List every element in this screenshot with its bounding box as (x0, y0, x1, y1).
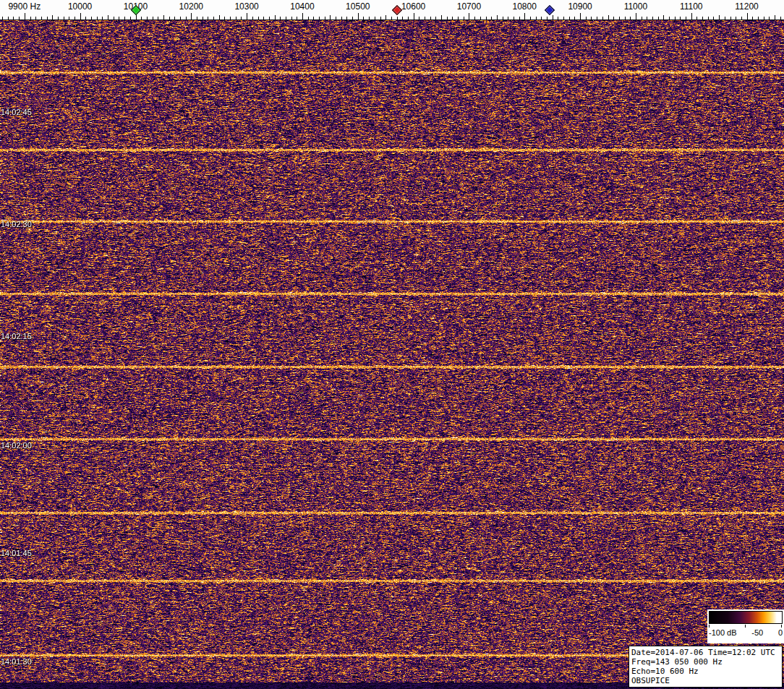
ruler-tick (213, 17, 214, 20)
freq-tick-label: 10400 (290, 1, 314, 12)
freq-tick-label: 10500 (346, 1, 370, 12)
ruler-tick (219, 15, 220, 20)
freq-tick-label: 10600 (401, 1, 425, 12)
ruler-tick (186, 17, 187, 20)
ruler-tick (341, 17, 342, 20)
ruler-tick (503, 17, 503, 20)
marker-blue-diamond[interactable] (545, 5, 555, 15)
ruler-tick (569, 17, 570, 20)
colorbar: -100 dB -50 0 (707, 609, 784, 643)
freq-tick-label: 9900 Hz (8, 1, 41, 12)
ruler-tick (124, 17, 125, 20)
ruler-tick (346, 17, 347, 20)
freq-tick-label: 11100 (680, 1, 703, 12)
ruler-tick (480, 17, 481, 20)
ruler-tick (74, 17, 75, 20)
ruler-tick (325, 17, 325, 20)
ruler-tick (236, 17, 237, 20)
ruler-tick (686, 17, 686, 20)
freq-tick-label: 11000 (624, 1, 647, 12)
freq-tick-label: 10900 (568, 1, 592, 12)
ruler-tick (725, 17, 725, 20)
ruler-tick (458, 17, 459, 20)
ruler-tick (286, 17, 286, 20)
ruler-tick (563, 17, 564, 20)
ruler-tick (414, 13, 414, 20)
ruler-tick (630, 17, 631, 20)
colorbar-tick (745, 625, 746, 628)
ruler-tick (180, 17, 181, 20)
ruler-tick (85, 17, 86, 20)
freq-tick-label: 10700 (457, 1, 481, 12)
colorbar-gradient[interactable] (709, 611, 783, 624)
ruler-tick (519, 17, 520, 20)
ruler-tick (514, 17, 514, 20)
ruler-tick (719, 15, 720, 20)
colorbar-label-max: 0 (778, 628, 783, 637)
ruler-tick (8, 17, 9, 20)
info-box: Date=2014-07-06 Time=12:02 UTC Freq=143 … (629, 646, 783, 688)
ruler-tick (675, 17, 676, 20)
ruler-tick (580, 13, 581, 20)
ruler-tick (391, 17, 392, 20)
ruler-tick (430, 17, 431, 20)
info-line-echo: Echo=10 600 Hz (631, 667, 780, 676)
ruler-tick (402, 17, 403, 20)
ruler-tick (708, 17, 709, 20)
ruler-tick (625, 17, 626, 20)
time-label: 14:02:30 (1, 220, 32, 228)
ruler-tick (224, 17, 225, 20)
ruler-tick (252, 17, 253, 20)
ruler-tick (52, 15, 53, 20)
ruler-tick (680, 17, 681, 20)
colorbar-label-mid: -50 (751, 628, 763, 637)
ruler-tick (91, 17, 92, 20)
ruler-tick (153, 17, 153, 20)
ruler-tick (508, 17, 508, 20)
ruler-tick (435, 17, 436, 20)
ruler-tick (203, 17, 203, 20)
ruler-tick (764, 17, 764, 20)
ruler-tick (64, 17, 64, 20)
ruler-tick (713, 17, 714, 20)
waterfall-canvas[interactable] (0, 20, 784, 689)
ruler-tick (380, 17, 381, 20)
ruler-tick (108, 15, 108, 20)
ruler-tick (647, 17, 647, 20)
ruler-tick (241, 17, 242, 20)
ruler-tick (530, 17, 531, 20)
ruler-tick (747, 13, 748, 20)
colorbar-labels: -100 dB -50 0 (709, 628, 783, 637)
ruler-tick (658, 17, 659, 20)
ruler-tick (642, 17, 642, 20)
ruler-tick (441, 15, 442, 20)
marker-red-diamond[interactable] (391, 5, 401, 15)
ruler-tick (363, 17, 364, 20)
ruler-tick (275, 15, 276, 20)
ruler-tick (608, 15, 609, 20)
ruler-tick (191, 13, 192, 20)
ruler-tick (80, 13, 81, 20)
ruler-tick (158, 17, 158, 20)
ruler-tick (702, 17, 703, 20)
time-label: 14:02:00 (1, 441, 32, 450)
ruler-tick (263, 17, 264, 20)
ruler-tick (13, 17, 14, 20)
ruler-tick (297, 17, 297, 20)
ruler-tick (375, 17, 375, 20)
ruler-tick (197, 17, 197, 20)
freq-tick-label: 11200 (735, 1, 758, 12)
ruler-tick (58, 17, 59, 20)
colorbar-tick (781, 625, 782, 628)
ruler-tick (613, 17, 614, 20)
ruler-tick (474, 17, 475, 20)
ruler-tick (425, 17, 425, 20)
ruler-tick (619, 17, 620, 20)
frequency-ruler[interactable]: 9900 Hz100001010010200103001040010500106… (0, 0, 784, 20)
ruler-tick (408, 17, 409, 20)
info-line-station: OBSUPICE (631, 676, 780, 685)
ruler-tick (302, 13, 303, 20)
ruler-tick (330, 15, 331, 20)
ruler-tick (497, 15, 498, 20)
ruler-tick (208, 17, 208, 20)
